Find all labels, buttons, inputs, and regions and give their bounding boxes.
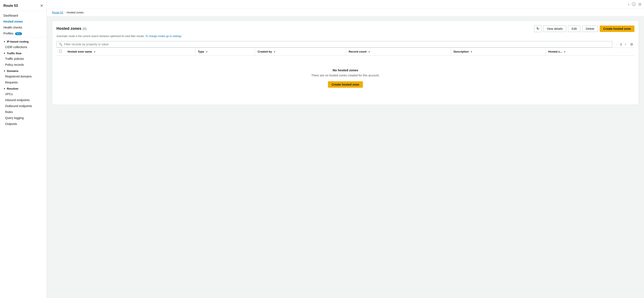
select-all-checkbox-col: [56, 48, 65, 55]
sidebar-sub-resolver: VPCs Inbound endpoints Outbound endpoint…: [0, 91, 47, 127]
collapse-icon[interactable]: ‹: [628, 2, 629, 6]
arrow-icon: ▼: [4, 40, 6, 43]
sidebar-item-query-logging[interactable]: Query logging: [2, 115, 47, 121]
sidebar-sub-ip-based-routing: CIDR collections: [0, 44, 47, 50]
col-header-hosted-zone-id: Hosted z... ▼: [546, 48, 634, 55]
create-hosted-zone-button-top[interactable]: Create hosted zone: [600, 25, 634, 32]
sidebar-section-domains[interactable]: ▼ Domains: [0, 68, 47, 73]
empty-state-description: There are no hosted zones created for th…: [61, 74, 630, 77]
table-header: Hosted zone name ▼ Type ▼ Created by ▼: [56, 48, 634, 55]
search-input[interactable]: [64, 42, 610, 46]
sidebar-item-registered-domains[interactable]: Registered domains: [2, 73, 47, 79]
create-hosted-zone-button-empty[interactable]: Create hosted zone: [328, 81, 363, 88]
prev-page-button[interactable]: ‹: [615, 42, 618, 47]
sidebar-item-profiles[interactable]: Profiles New: [0, 30, 47, 36]
settings-link[interactable]: To change modes go to settings.: [145, 35, 182, 38]
breadcrumb-parent-link[interactable]: Route 53: [52, 11, 63, 14]
table-settings-button[interactable]: ⚙: [629, 42, 634, 47]
view-details-button[interactable]: View details: [543, 25, 566, 32]
profiles-new-badge: New: [15, 32, 22, 35]
breadcrumb: Route 53 › Hosted zones: [47, 9, 644, 16]
sidebar-item-requests[interactable]: Requests: [2, 79, 47, 85]
sort-icon-hosted-zone-id: ▼: [564, 51, 566, 53]
sidebar-item-outbound-endpoints[interactable]: Outbound endpoints: [2, 103, 47, 109]
empty-state-title: No hosted zones: [61, 68, 630, 72]
col-header-record-count: Record count ▼: [346, 48, 451, 55]
main-content: ‹ ⓘ ⊙ Route 53 › Hosted zones Hosted zon…: [47, 0, 644, 298]
col-header-created-by: Created by ▼: [255, 48, 346, 55]
sidebar-item-inbound-endpoints[interactable]: Inbound endpoints: [2, 97, 47, 103]
sidebar-section-traffic-flow[interactable]: ▼ Traffic flow: [0, 50, 47, 56]
delete-button[interactable]: Delete: [582, 25, 598, 32]
arrow-icon: ▼: [4, 52, 6, 54]
sidebar-section-resolver[interactable]: ▼ Resolver: [0, 85, 47, 91]
sidebar-section-ip-based-routing[interactable]: ▼ IP-based routing: [0, 38, 47, 44]
sidebar-item-cidr-collections[interactable]: CIDR collections: [2, 44, 47, 50]
top-bar: ‹ ⓘ ⊙: [47, 0, 644, 9]
info-bar: Automatic mode is the current search beh…: [56, 35, 634, 38]
page-number: 1: [620, 42, 622, 46]
col-header-name: Hosted zone name ▼: [65, 48, 195, 55]
card-header: Hosted zones (0) ↻ View details Edit Del…: [56, 25, 634, 32]
edit-button[interactable]: Edit: [568, 25, 580, 32]
sidebar-close-button[interactable]: ✕: [40, 3, 43, 8]
content-area: Hosted zones (0) ↻ View details Edit Del…: [47, 16, 644, 298]
breadcrumb-current-page: Hosted zones: [67, 11, 84, 14]
sidebar-item-policy-records[interactable]: Policy records: [2, 62, 47, 68]
hosted-zones-table: Hosted zone name ▼ Type ▼ Created by ▼: [56, 47, 634, 100]
sort-icon-description: ▼: [470, 51, 472, 53]
sort-icon-type: ▼: [206, 51, 208, 53]
sidebar-item-hosted-zones[interactable]: Hosted zones: [0, 18, 47, 24]
page-title: Hosted zones: [56, 26, 81, 31]
sidebar-item-dashboard[interactable]: Dashboard: [0, 12, 47, 18]
info-icon[interactable]: ⓘ: [632, 2, 636, 7]
select-all-checkbox[interactable]: [59, 50, 62, 52]
sidebar-item-vpcs[interactable]: VPCs: [2, 91, 47, 97]
record-count-badge: (0): [83, 27, 86, 30]
sort-icon-name: ▼: [94, 51, 96, 53]
refresh-button[interactable]: ↻: [534, 25, 542, 32]
sort-icon-created-by: ▼: [274, 51, 276, 53]
col-header-type: Type ▼: [195, 48, 255, 55]
arrow-icon: ▼: [4, 87, 6, 90]
sidebar-sub-domains: Registered domains Requests: [0, 73, 47, 85]
clock-icon[interactable]: ⊙: [638, 2, 642, 6]
sidebar-item-health-checks[interactable]: Health checks: [0, 24, 47, 30]
sidebar-header: Route 53 ✕: [0, 0, 47, 11]
sidebar-item-traffic-policies[interactable]: Traffic policies: [2, 56, 47, 62]
hosted-zones-card: Hosted zones (0) ↻ View details Edit Del…: [52, 21, 639, 105]
sidebar-sub-traffic-flow: Traffic policies Policy records: [0, 56, 47, 68]
pagination: ‹ 1 › ⚙: [615, 42, 634, 47]
breadcrumb-separator: ›: [64, 11, 66, 14]
empty-state: No hosted zones There are no hosted zone…: [56, 55, 634, 100]
sidebar: Route 53 ✕ Dashboard Hosted zones Health…: [0, 0, 47, 298]
app-title: Route 53: [4, 4, 18, 8]
sidebar-item-rules[interactable]: Rules: [2, 109, 47, 115]
next-page-button[interactable]: ›: [624, 42, 627, 47]
header-actions: ↻ View details Edit Delete Create hosted…: [534, 25, 634, 32]
sidebar-nav: Dashboard Hosted zones Health checks Pro…: [0, 11, 47, 129]
sort-icon-record-count: ▼: [368, 51, 370, 53]
col-header-description: Description ▼: [451, 48, 546, 55]
search-icon: 🔍: [59, 42, 62, 46]
arrow-icon: ▼: [4, 70, 6, 72]
table-body: No hosted zones There are no hosted zone…: [56, 55, 634, 101]
search-bar: 🔍: [56, 41, 612, 47]
sidebar-item-outposts[interactable]: Outposts: [2, 121, 47, 127]
